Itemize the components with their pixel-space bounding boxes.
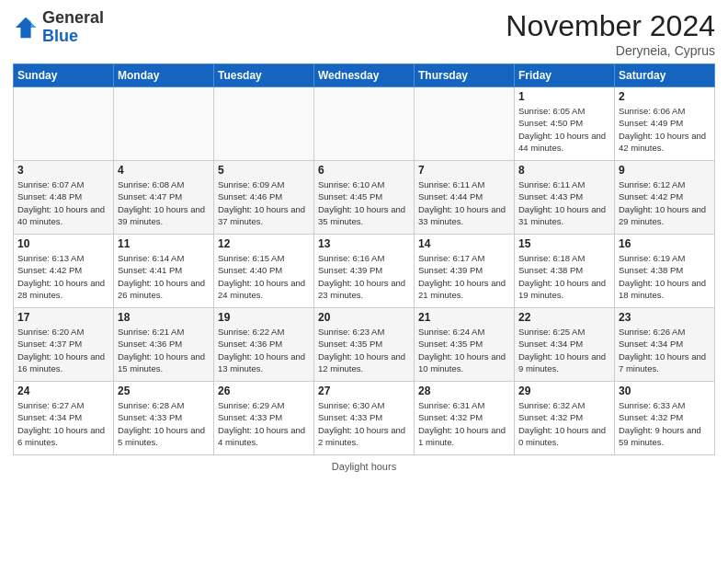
day-info: Sunrise: 6:13 AM Sunset: 4:42 PM Dayligh… [17, 252, 109, 301]
day-info: Sunrise: 6:30 AM Sunset: 4:33 PM Dayligh… [318, 399, 410, 448]
calendar-cell: 26Sunrise: 6:29 AM Sunset: 4:33 PM Dayli… [214, 382, 314, 455]
calendar-cell: 4Sunrise: 6:08 AM Sunset: 4:47 PM Daylig… [114, 161, 214, 235]
day-info: Sunrise: 6:31 AM Sunset: 4:32 PM Dayligh… [418, 399, 510, 448]
logo-text: General Blue [42, 9, 104, 46]
calendar-cell: 20Sunrise: 6:23 AM Sunset: 4:35 PM Dayli… [314, 308, 415, 382]
header: General Blue November 2024 Deryneia, Cyp… [13, 9, 715, 58]
calendar-cell: 11Sunrise: 6:14 AM Sunset: 4:41 PM Dayli… [114, 235, 214, 308]
calendar-cell: 29Sunrise: 6:32 AM Sunset: 4:32 PM Dayli… [515, 382, 615, 455]
day-number: 4 [118, 164, 210, 177]
day-number: 25 [118, 385, 210, 397]
day-number: 24 [17, 385, 109, 397]
calendar-cell: 10Sunrise: 6:13 AM Sunset: 4:42 PM Dayli… [14, 235, 114, 308]
calendar-cell [14, 87, 114, 161]
calendar-cell: 5Sunrise: 6:09 AM Sunset: 4:46 PM Daylig… [214, 161, 314, 235]
calendar-cell: 19Sunrise: 6:22 AM Sunset: 4:36 PM Dayli… [214, 308, 314, 382]
day-info: Sunrise: 6:25 AM Sunset: 4:34 PM Dayligh… [518, 326, 610, 374]
weekday-header-wednesday: Wednesday [314, 64, 415, 87]
day-info: Sunrise: 6:17 AM Sunset: 4:39 PM Dayligh… [418, 252, 510, 301]
day-info: Sunrise: 6:32 AM Sunset: 4:32 PM Dayligh… [518, 399, 610, 448]
day-info: Sunrise: 6:33 AM Sunset: 4:32 PM Dayligh… [619, 399, 711, 448]
month-title: November 2024 [506, 9, 715, 43]
day-info: Sunrise: 6:24 AM Sunset: 4:35 PM Dayligh… [418, 326, 510, 374]
day-number: 6 [318, 164, 410, 177]
weekday-header-monday: Monday [114, 64, 214, 87]
daylight-label: Daylight hours [332, 461, 396, 472]
calendar-cell: 12Sunrise: 6:15 AM Sunset: 4:40 PM Dayli… [214, 235, 314, 308]
day-number: 20 [318, 311, 410, 324]
day-number: 12 [218, 237, 310, 250]
day-number: 14 [418, 237, 510, 250]
day-number: 8 [518, 164, 610, 177]
day-info: Sunrise: 6:06 AM Sunset: 4:49 PM Dayligh… [619, 105, 711, 154]
day-info: Sunrise: 6:22 AM Sunset: 4:36 PM Dayligh… [218, 326, 310, 374]
day-number: 30 [619, 385, 711, 397]
calendar-cell [214, 87, 314, 161]
day-info: Sunrise: 6:21 AM Sunset: 4:36 PM Dayligh… [118, 326, 210, 374]
calendar-cell: 7Sunrise: 6:11 AM Sunset: 4:44 PM Daylig… [415, 161, 515, 235]
day-info: Sunrise: 6:27 AM Sunset: 4:34 PM Dayligh… [17, 399, 109, 448]
day-number: 1 [518, 90, 610, 103]
day-info: Sunrise: 6:07 AM Sunset: 4:48 PM Dayligh… [17, 178, 109, 227]
calendar-cell: 2Sunrise: 6:06 AM Sunset: 4:49 PM Daylig… [615, 87, 715, 161]
day-number: 11 [118, 237, 210, 250]
calendar-cell [314, 87, 415, 161]
calendar-cell [415, 87, 515, 161]
weekday-header-row: SundayMondayTuesdayWednesdayThursdayFrid… [14, 64, 715, 87]
day-number: 2 [619, 90, 711, 103]
calendar-cell: 1Sunrise: 6:05 AM Sunset: 4:50 PM Daylig… [515, 87, 615, 161]
day-info: Sunrise: 6:10 AM Sunset: 4:45 PM Dayligh… [318, 178, 410, 227]
day-number: 9 [619, 164, 711, 177]
calendar-cell: 21Sunrise: 6:24 AM Sunset: 4:35 PM Dayli… [415, 308, 515, 382]
calendar-table: SundayMondayTuesdayWednesdayThursdayFrid… [13, 63, 715, 455]
calendar-cell: 15Sunrise: 6:18 AM Sunset: 4:38 PM Dayli… [515, 235, 615, 308]
day-info: Sunrise: 6:11 AM Sunset: 4:43 PM Dayligh… [518, 178, 610, 227]
day-info: Sunrise: 6:19 AM Sunset: 4:38 PM Dayligh… [619, 252, 711, 301]
weekday-header-friday: Friday [515, 64, 615, 87]
calendar-week-3: 10Sunrise: 6:13 AM Sunset: 4:42 PM Dayli… [14, 235, 715, 308]
calendar-cell: 14Sunrise: 6:17 AM Sunset: 4:39 PM Dayli… [415, 235, 515, 308]
calendar-cell: 9Sunrise: 6:12 AM Sunset: 4:42 PM Daylig… [615, 161, 715, 235]
calendar-week-2: 3Sunrise: 6:07 AM Sunset: 4:48 PM Daylig… [14, 161, 715, 235]
calendar-cell: 22Sunrise: 6:25 AM Sunset: 4:34 PM Dayli… [515, 308, 615, 382]
calendar-week-4: 17Sunrise: 6:20 AM Sunset: 4:37 PM Dayli… [14, 308, 715, 382]
day-number: 21 [418, 311, 510, 324]
day-info: Sunrise: 6:18 AM Sunset: 4:38 PM Dayligh… [518, 252, 610, 301]
calendar-cell: 8Sunrise: 6:11 AM Sunset: 4:43 PM Daylig… [515, 161, 615, 235]
calendar-week-5: 24Sunrise: 6:27 AM Sunset: 4:34 PM Dayli… [14, 382, 715, 455]
title-block: November 2024 Deryneia, Cyprus [506, 9, 715, 58]
day-info: Sunrise: 6:23 AM Sunset: 4:35 PM Dayligh… [318, 326, 410, 374]
day-info: Sunrise: 6:09 AM Sunset: 4:46 PM Dayligh… [218, 178, 310, 227]
day-info: Sunrise: 6:11 AM Sunset: 4:44 PM Dayligh… [418, 178, 510, 227]
calendar-cell: 6Sunrise: 6:10 AM Sunset: 4:45 PM Daylig… [314, 161, 415, 235]
weekday-header-tuesday: Tuesday [214, 64, 314, 87]
calendar-cell: 28Sunrise: 6:31 AM Sunset: 4:32 PM Dayli… [415, 382, 515, 455]
day-number: 28 [418, 385, 510, 397]
logo: General Blue [13, 9, 104, 46]
day-number: 18 [118, 311, 210, 324]
calendar-cell [114, 87, 214, 161]
footer-note: Daylight hours [13, 461, 715, 472]
day-number: 27 [318, 385, 410, 397]
logo-general-text: General [42, 8, 104, 27]
day-info: Sunrise: 6:08 AM Sunset: 4:47 PM Dayligh… [118, 178, 210, 227]
day-info: Sunrise: 6:26 AM Sunset: 4:34 PM Dayligh… [619, 326, 711, 374]
day-number: 19 [218, 311, 310, 324]
day-number: 22 [518, 311, 610, 324]
calendar-cell: 13Sunrise: 6:16 AM Sunset: 4:39 PM Dayli… [314, 235, 415, 308]
calendar-cell: 18Sunrise: 6:21 AM Sunset: 4:36 PM Dayli… [114, 308, 214, 382]
weekday-header-thursday: Thursday [415, 64, 515, 87]
day-info: Sunrise: 6:14 AM Sunset: 4:41 PM Dayligh… [118, 252, 210, 301]
page: General Blue November 2024 Deryneia, Cyp… [0, 0, 728, 563]
day-number: 3 [17, 164, 109, 177]
logo-blue-text: Blue [42, 27, 78, 45]
day-number: 15 [518, 237, 610, 250]
weekday-header-saturday: Saturday [615, 64, 715, 87]
day-info: Sunrise: 6:28 AM Sunset: 4:33 PM Dayligh… [118, 399, 210, 448]
calendar-cell: 24Sunrise: 6:27 AM Sunset: 4:34 PM Dayli… [14, 382, 114, 455]
day-number: 29 [518, 385, 610, 397]
day-info: Sunrise: 6:05 AM Sunset: 4:50 PM Dayligh… [518, 105, 610, 154]
day-number: 16 [619, 237, 711, 250]
day-info: Sunrise: 6:15 AM Sunset: 4:40 PM Dayligh… [218, 252, 310, 301]
day-info: Sunrise: 6:29 AM Sunset: 4:33 PM Dayligh… [218, 399, 310, 448]
